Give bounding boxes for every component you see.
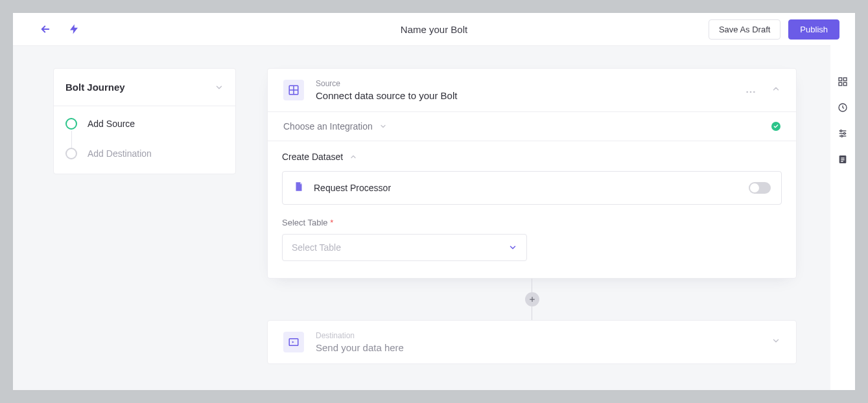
integration-row-label: Choose an Integration — [283, 121, 373, 132]
journey-title: Bolt Journey — [65, 82, 125, 93]
more-icon[interactable] — [745, 84, 756, 96]
arrow-left-icon — [40, 23, 51, 35]
create-dataset-toggle[interactable]: Create Dataset — [282, 152, 782, 162]
svg-rect-11 — [843, 78, 847, 81]
svg-point-5 — [750, 91, 752, 93]
add-step-button[interactable] — [525, 292, 539, 306]
processor-icon — [293, 181, 305, 195]
save-as-draft-button[interactable]: Save As Draft — [709, 19, 780, 40]
request-processor-label: Request Processor — [314, 183, 391, 193]
journey-card: Bolt Journey Add Source Add Destination — [53, 68, 236, 174]
select-table-placeholder: Select Table — [292, 242, 341, 253]
svg-point-18 — [840, 130, 842, 132]
chevron-up-icon[interactable] — [771, 84, 780, 96]
svg-rect-12 — [839, 82, 842, 86]
panel-connector — [267, 279, 797, 320]
plus-icon — [529, 296, 535, 303]
sliders-icon — [838, 128, 848, 139]
source-heading: Connect data source to your Bolt — [316, 90, 457, 101]
svg-point-4 — [746, 91, 748, 93]
journey-step-source[interactable]: Add Source — [65, 118, 224, 130]
svg-rect-10 — [839, 78, 842, 81]
toggle-knob — [750, 183, 759, 192]
source-grid-icon — [283, 80, 304, 100]
document-icon — [838, 154, 848, 165]
request-processor-toggle[interactable] — [749, 182, 771, 194]
required-star: * — [330, 218, 333, 227]
rail-grid-button[interactable] — [836, 75, 849, 88]
chevron-down-icon[interactable] — [771, 336, 780, 348]
side-rail — [830, 45, 855, 390]
choose-integration-row[interactable]: Choose an Integration — [268, 111, 796, 141]
rail-settings-button[interactable] — [836, 127, 849, 140]
chevron-down-icon[interactable] — [215, 83, 224, 92]
back-button[interactable] — [39, 23, 52, 36]
topbar: Name your Bolt Save As Draft Publish — [13, 13, 855, 45]
step-label: Add Destination — [88, 148, 152, 159]
destination-kicker: Destination — [316, 331, 404, 340]
step-connector — [71, 131, 72, 148]
source-panel: Source Connect data source to your Bolt — [267, 68, 797, 279]
rail-history-button[interactable] — [836, 101, 849, 114]
dataset-title: Create Dataset — [282, 152, 343, 162]
page-title[interactable]: Name your Bolt — [401, 24, 467, 35]
step-indicator-pending — [65, 148, 77, 159]
publish-button[interactable]: Publish — [788, 19, 839, 40]
step-indicator-active — [65, 118, 77, 130]
select-table-label: Select Table * — [282, 218, 782, 227]
chevron-down-icon — [508, 243, 517, 252]
select-table-dropdown[interactable]: Select Table — [282, 234, 527, 261]
svg-point-20 — [841, 135, 843, 137]
grid-icon — [838, 76, 848, 87]
request-processor-row: Request Processor — [282, 171, 782, 205]
workspace: Bolt Journey Add Source Add Destination — [13, 45, 830, 390]
destination-heading: Send your data here — [316, 342, 404, 353]
destination-icon — [283, 332, 304, 352]
step-label: Add Source — [88, 119, 135, 129]
select-table-label-text: Select Table — [282, 218, 328, 227]
svg-point-19 — [843, 133, 845, 135]
svg-rect-13 — [843, 82, 847, 86]
destination-panel[interactable]: Destination Send your data here — [267, 320, 797, 364]
clock-icon — [838, 102, 848, 113]
chevron-up-icon — [349, 153, 357, 161]
source-kicker: Source — [316, 79, 457, 88]
source-panel-header: Source Connect data source to your Bolt — [268, 69, 796, 111]
bolt-logo-icon — [67, 23, 80, 36]
rail-notes-button[interactable] — [836, 153, 849, 166]
chevron-down-icon — [379, 122, 387, 130]
journey-step-destination[interactable]: Add Destination — [65, 148, 224, 159]
svg-point-6 — [753, 91, 755, 93]
check-badge-icon — [771, 122, 780, 131]
